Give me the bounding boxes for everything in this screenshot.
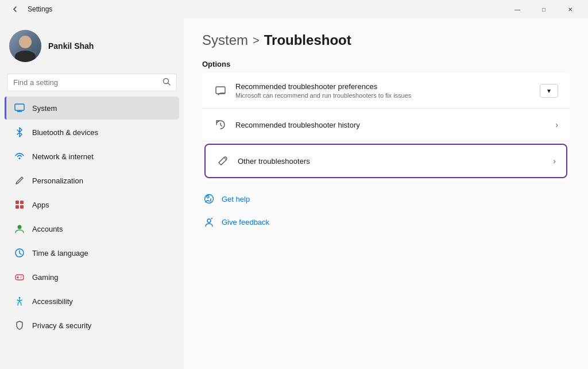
sidebar: Pankil Shah System [0, 18, 184, 369]
recommended-prefs-desc: Microsoft can recommend and run troubles… [235, 92, 532, 99]
svg-rect-8 [16, 205, 19, 209]
svg-point-15 [21, 276, 22, 278]
option-other-troubleshooters[interactable]: Other troubleshooters › [204, 144, 567, 178]
sidebar-item-accounts[interactable]: Accounts [5, 217, 179, 240]
sidebar-item-privacy[interactable]: Privacy & security [5, 314, 179, 337]
close-button[interactable]: ✕ [557, 0, 583, 18]
sidebar-item-accessibility[interactable]: Accessibility [5, 290, 179, 313]
search-input[interactable] [13, 78, 158, 87]
system-icon [14, 102, 25, 114]
svg-point-5 [19, 157, 21, 159]
sidebar-item-system[interactable]: System [5, 97, 179, 120]
give-feedback-icon [202, 215, 216, 229]
recommended-prefs-title: Recommended troubleshooter preferences [235, 82, 532, 91]
svg-point-22 [207, 219, 211, 222]
sidebar-item-gaming-label: Gaming [32, 273, 59, 282]
maximize-button[interactable]: □ [531, 0, 557, 18]
breadcrumb-current: Troubleshoot [264, 32, 351, 48]
app-body: Pankil Shah System [0, 18, 588, 369]
get-help-label: Get help [222, 195, 250, 203]
give-feedback-label: Give feedback [222, 218, 269, 226]
options-card: Recommended troubleshooter preferences M… [202, 73, 570, 180]
svg-rect-9 [20, 205, 24, 209]
svg-point-10 [18, 225, 22, 229]
svg-point-21 [207, 196, 209, 198]
sidebar-item-apps-label: Apps [32, 201, 49, 209]
sidebar-item-accessibility-label: Accessibility [32, 297, 73, 306]
history-icon [214, 118, 227, 132]
recommended-history-title: Recommended troubleshooter history [235, 121, 547, 129]
app-title: Settings [28, 5, 52, 13]
breadcrumb: System > Troubleshoot [202, 32, 570, 48]
gaming-icon [14, 271, 25, 283]
chevron-right-other-icon: › [553, 156, 556, 166]
option-recommended-prefs[interactable]: Recommended troubleshooter preferences M… [202, 73, 570, 109]
sidebar-item-accounts-label: Accounts [32, 225, 63, 233]
dropdown-button[interactable]: ▾ [540, 84, 558, 98]
dropdown-control[interactable]: ▾ [540, 84, 558, 98]
sidebar-item-privacy-label: Privacy & security [32, 321, 91, 330]
sidebar-item-bluetooth-label: Bluetooth & devices [32, 128, 98, 137]
sidebar-item-apps[interactable]: Apps [5, 193, 179, 216]
avatar [9, 30, 41, 62]
option-other-row[interactable]: Other troubleshooters › [209, 148, 563, 174]
arrow-control-history: › [555, 120, 558, 129]
get-help-link[interactable]: Get help [202, 190, 570, 208]
other-troubleshooters-text: Other troubleshooters [238, 157, 545, 166]
arrow-control-other: › [553, 156, 556, 166]
accessibility-icon [14, 295, 25, 307]
svg-line-1 [168, 83, 171, 86]
titlebar: Settings — □ ✕ [0, 0, 588, 18]
svg-rect-7 [20, 201, 24, 204]
svg-point-17 [19, 297, 21, 299]
sidebar-item-system-label: System [32, 104, 57, 113]
bluetooth-icon [14, 126, 25, 138]
titlebar-left: Settings [7, 1, 52, 17]
sidebar-item-network[interactable]: Network & internet [5, 145, 179, 168]
sidebar-item-personalization[interactable]: Personalization [5, 169, 179, 192]
search-icon [163, 78, 171, 87]
recommended-history-text: Recommended troubleshooter history [235, 121, 547, 129]
sidebar-item-network-label: Network & internet [32, 152, 94, 161]
get-help-icon [202, 192, 216, 206]
options-label: Options [202, 60, 570, 68]
sidebar-item-timelang-label: Time & language [32, 249, 88, 257]
recommended-prefs-text: Recommended troubleshooter preferences M… [235, 82, 532, 99]
apps-icon [14, 199, 25, 210]
minimize-button[interactable]: — [504, 0, 531, 18]
wrench-icon [216, 154, 230, 168]
sidebar-item-gaming[interactable]: Gaming [5, 266, 179, 289]
svg-rect-6 [16, 201, 19, 204]
personalization-icon [14, 175, 25, 186]
chevron-right-icon: › [555, 120, 558, 129]
accounts-icon [14, 223, 25, 235]
svg-rect-19 [216, 87, 225, 94]
network-icon [14, 151, 25, 162]
sidebar-item-bluetooth[interactable]: Bluetooth & devices [5, 121, 179, 144]
breadcrumb-parent[interactable]: System [202, 32, 248, 48]
breadcrumb-separator: > [253, 34, 260, 47]
sidebar-item-timelang[interactable]: Time & language [5, 241, 179, 264]
search-box[interactable] [7, 74, 177, 91]
window-controls: — □ ✕ [504, 0, 583, 18]
content-area: System > Troubleshoot Options Recommende… [184, 18, 588, 369]
links-section: Get help Give feedback [202, 190, 570, 231]
give-feedback-link[interactable]: Give feedback [202, 213, 570, 231]
timelang-icon [14, 247, 25, 259]
sidebar-item-personalization-label: Personalization [32, 176, 83, 185]
other-troubleshooters-title: Other troubleshooters [238, 157, 545, 166]
user-name: Pankil Shah [48, 41, 94, 51]
svg-point-16 [20, 278, 21, 279]
privacy-icon [14, 320, 25, 331]
option-recommended-history[interactable]: Recommended troubleshooter history › [202, 109, 570, 141]
user-profile[interactable]: Pankil Shah [0, 23, 184, 71]
chat-icon [214, 84, 227, 98]
back-button[interactable] [7, 1, 23, 17]
svg-rect-2 [15, 104, 24, 110]
